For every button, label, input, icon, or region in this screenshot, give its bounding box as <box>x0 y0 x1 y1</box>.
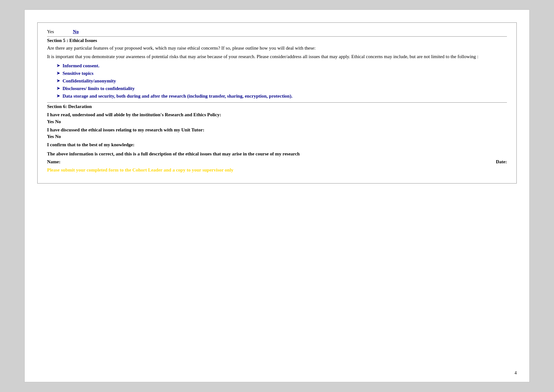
top-yes-no-row: Yes No <box>47 29 507 34</box>
name-label: Name: <box>47 159 60 165</box>
yes-no-2: Yes No <box>47 134 507 139</box>
submit-note: Please submit your completed form to the… <box>47 166 507 174</box>
top-yes-label: Yes <box>47 29 54 34</box>
inner-box: Yes No Section 5 : Ethical Issues Are th… <box>37 22 517 184</box>
list-item-disclosures: Disclosures/ limits to confidentiality <box>57 85 507 92</box>
declaration2-text: I have discussed the ethical issues rela… <box>47 126 507 134</box>
name-date-row: Name: Date: <box>47 159 507 165</box>
ethical-concerns-list: Informed consent. Sensitive topics Confi… <box>57 62 507 100</box>
list-item-sensitive-topics: Sensitive topics <box>57 69 507 77</box>
page-number: 4 <box>515 371 517 376</box>
page: Yes No Section 5 : Ethical Issues Are th… <box>24 9 530 382</box>
yes-no-1: Yes No <box>47 119 507 124</box>
declaration1-text: I have read, understood and will abide b… <box>47 111 507 118</box>
section6-title: Section 6: Declaration <box>47 102 507 109</box>
list-item-informed-consent: Informed consent. <box>57 62 507 69</box>
top-no-label: No <box>73 29 79 34</box>
declaration4-text: The above information is correct, and th… <box>47 150 507 158</box>
section5-title: Section 5 : Ethical Issues <box>47 36 507 43</box>
list-item-confidentiality: Confidentiality/anonymity <box>57 77 507 85</box>
section5-body1: Are there any particular features of you… <box>47 45 507 52</box>
date-label: Date: <box>496 159 507 165</box>
declaration3-text: I confirm that to the best of my knowled… <box>47 141 507 148</box>
list-item-data-storage: Data storage and security, both during a… <box>57 92 507 100</box>
section5-body2: It is important that you demonstrate you… <box>47 53 507 60</box>
